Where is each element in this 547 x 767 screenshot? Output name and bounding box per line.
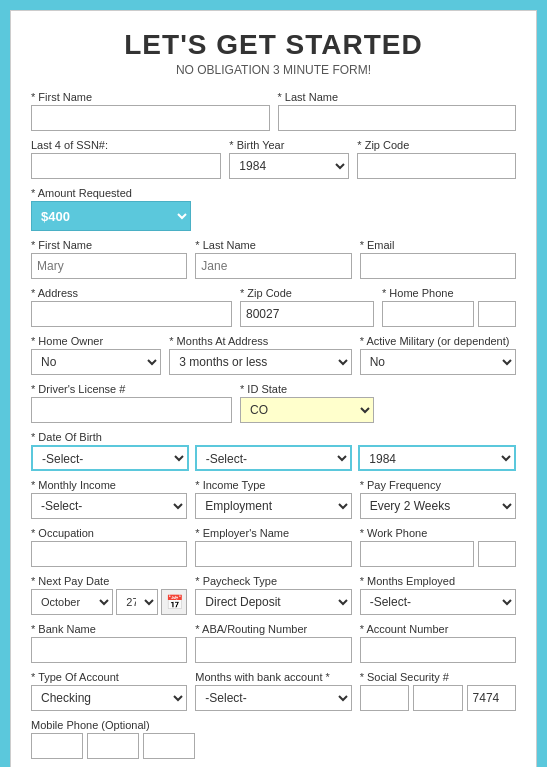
field-amount-requested: * Amount Requested $400 $200 $300 $500 bbox=[31, 187, 191, 231]
row-income-type-freq: * Monthly Income -Select- * Income Type … bbox=[31, 479, 516, 519]
last-name2-label: * Last Name bbox=[195, 239, 351, 251]
field-aba-routing: * ABA/Routing Number bbox=[195, 623, 351, 663]
months-employed-select[interactable]: -Select- bbox=[360, 589, 516, 615]
mobile-phone-input2[interactable] bbox=[87, 733, 139, 759]
field-monthly-income: * Monthly Income -Select- bbox=[31, 479, 187, 519]
field-months-employed: * Months Employed -Select- bbox=[360, 575, 516, 615]
field-months-bank: Months with bank account * -Select- bbox=[195, 671, 351, 711]
type-of-account-select[interactable]: Checking Savings bbox=[31, 685, 187, 711]
home-phone-label: * Home Phone bbox=[382, 287, 516, 299]
mobile-phone-inputs bbox=[31, 733, 195, 759]
account-number-input[interactable] bbox=[360, 637, 516, 663]
occupation-input[interactable] bbox=[31, 541, 187, 567]
employers-name-input[interactable] bbox=[195, 541, 351, 567]
row-license-state: * Driver's License # * ID State CO AL CA… bbox=[31, 383, 516, 423]
field-mobile-phone: Mobile Phone (Optional) bbox=[31, 719, 195, 759]
amount-requested-select[interactable]: $400 $200 $300 $500 bbox=[31, 201, 191, 231]
address-input[interactable] bbox=[31, 301, 232, 327]
page-title: LET'S GET STARTED bbox=[31, 29, 516, 61]
ssn-input1[interactable] bbox=[360, 685, 409, 711]
last-name2-input[interactable] bbox=[195, 253, 351, 279]
active-military-select[interactable]: No Yes bbox=[360, 349, 516, 375]
zip-top-input[interactable] bbox=[357, 153, 516, 179]
page-subtitle: NO OBLIGATION 3 MINUTE FORM! bbox=[31, 63, 516, 77]
email-input[interactable] bbox=[360, 253, 516, 279]
income-type-label: * Income Type bbox=[195, 479, 351, 491]
mobile-phone-input1[interactable] bbox=[31, 733, 83, 759]
field-address: * Address bbox=[31, 287, 232, 327]
home-phone-input1[interactable] bbox=[382, 301, 474, 327]
months-address-label: * Months At Address bbox=[169, 335, 351, 347]
months-bank-select[interactable]: -Select- bbox=[195, 685, 351, 711]
field-last-name2: * Last Name bbox=[195, 239, 351, 279]
pay-frequency-select[interactable]: Every 2 Weeks Weekly Monthly bbox=[360, 493, 516, 519]
birth-year-select[interactable]: -Select- 1984 bbox=[229, 153, 349, 179]
pay-frequency-label: * Pay Frequency bbox=[360, 479, 516, 491]
aba-routing-input[interactable] bbox=[195, 637, 351, 663]
field-first-name-top: * First Name bbox=[31, 91, 270, 131]
address-label: * Address bbox=[31, 287, 232, 299]
months-address-select[interactable]: 3 months or less 3-12 months 1-3 years 3… bbox=[169, 349, 351, 375]
work-phone-row bbox=[360, 541, 516, 567]
last-name-top-input[interactable] bbox=[278, 105, 517, 131]
dob-month-select[interactable]: -Select- JanuaryFebruaryMarch AprilMayJu… bbox=[31, 445, 189, 471]
field-id-state: * ID State CO AL CA FL TX bbox=[240, 383, 374, 423]
next-pay-month-select[interactable]: October bbox=[31, 589, 113, 615]
drivers-license-input[interactable] bbox=[31, 397, 232, 423]
field-home-owner: * Home Owner No Yes bbox=[31, 335, 161, 375]
type-of-account-label: * Type Of Account bbox=[31, 671, 187, 683]
last4-ssn-input[interactable] bbox=[31, 153, 221, 179]
income-type-select[interactable]: Employment Self-Employment Benefits bbox=[195, 493, 351, 519]
email-label: * Email bbox=[360, 239, 516, 251]
row-occupation-employer-phone: * Occupation * Employer's Name * Work Ph… bbox=[31, 527, 516, 567]
field-pay-frequency: * Pay Frequency Every 2 Weeks Weekly Mon… bbox=[360, 479, 516, 519]
last-name-top-label: * Last Name bbox=[278, 91, 517, 103]
form-container: LET'S GET STARTED NO OBLIGATION 3 MINUTE… bbox=[10, 10, 537, 767]
row-name-top: * First Name * Last Name bbox=[31, 91, 516, 131]
field-months-address: * Months At Address 3 months or less 3-1… bbox=[169, 335, 351, 375]
zip2-input[interactable] bbox=[240, 301, 374, 327]
field-last4-ssn: Last 4 of SSN#: bbox=[31, 139, 221, 179]
paycheck-type-select[interactable]: Direct Deposit Paper Check Prepaid Card bbox=[195, 589, 351, 615]
dob-label: * Date Of Birth bbox=[31, 431, 516, 443]
row-name-email: * First Name * Last Name * Email bbox=[31, 239, 516, 279]
ssn-input2[interactable] bbox=[413, 685, 462, 711]
home-phone-input2[interactable] bbox=[478, 301, 516, 327]
home-owner-select[interactable]: No Yes bbox=[31, 349, 161, 375]
first-name-top-label: * First Name bbox=[31, 91, 270, 103]
zip2-label: * Zip Code bbox=[240, 287, 374, 299]
dob-year-select[interactable]: 1984 bbox=[358, 445, 516, 471]
first-name2-input[interactable] bbox=[31, 253, 187, 279]
id-state-select[interactable]: CO AL CA FL TX bbox=[240, 397, 374, 423]
work-phone-label: * Work Phone bbox=[360, 527, 516, 539]
employers-name-label: * Employer's Name bbox=[195, 527, 351, 539]
field-active-military: * Active Military (or dependent) No Yes bbox=[360, 335, 516, 375]
bank-name-input[interactable] bbox=[31, 637, 187, 663]
aba-routing-label: * ABA/Routing Number bbox=[195, 623, 351, 635]
work-phone-input1[interactable] bbox=[360, 541, 474, 567]
field-email: * Email bbox=[360, 239, 516, 279]
occupation-label: * Occupation bbox=[31, 527, 187, 539]
mobile-phone-label: Mobile Phone (Optional) bbox=[31, 719, 195, 731]
row-address-zip-phone: * Address * Zip Code * Home Phone bbox=[31, 287, 516, 327]
dob-section: * Date Of Birth -Select- JanuaryFebruary… bbox=[31, 431, 516, 471]
first-name2-label: * First Name bbox=[31, 239, 187, 251]
monthly-income-select[interactable]: -Select- bbox=[31, 493, 187, 519]
drivers-license-label: * Driver's License # bbox=[31, 383, 232, 395]
next-pay-day-select[interactable]: 27 bbox=[116, 589, 158, 615]
row-mobile-phone: Mobile Phone (Optional) bbox=[31, 719, 516, 759]
row-paydate-type-months: * Next Pay Date October 27 📅 * Paycheck … bbox=[31, 575, 516, 615]
dob-row: -Select- JanuaryFebruaryMarch AprilMayJu… bbox=[31, 445, 516, 471]
first-name-top-input[interactable] bbox=[31, 105, 270, 131]
row-account-type-bank-ssn: * Type Of Account Checking Savings Month… bbox=[31, 671, 516, 711]
last4-ssn-label: Last 4 of SSN#: bbox=[31, 139, 221, 151]
mobile-phone-input3[interactable] bbox=[143, 733, 195, 759]
ssn-input3[interactable] bbox=[467, 685, 516, 711]
field-last-name-top: * Last Name bbox=[278, 91, 517, 131]
dob-day-select[interactable]: -Select- bbox=[195, 445, 353, 471]
calendar-icon[interactable]: 📅 bbox=[161, 589, 187, 615]
row-ssn-birth-zip: Last 4 of SSN#: * Birth Year -Select- 19… bbox=[31, 139, 516, 179]
field-paycheck-type: * Paycheck Type Direct Deposit Paper Che… bbox=[195, 575, 351, 615]
field-bank-name: * Bank Name bbox=[31, 623, 187, 663]
work-phone-input2[interactable] bbox=[478, 541, 516, 567]
